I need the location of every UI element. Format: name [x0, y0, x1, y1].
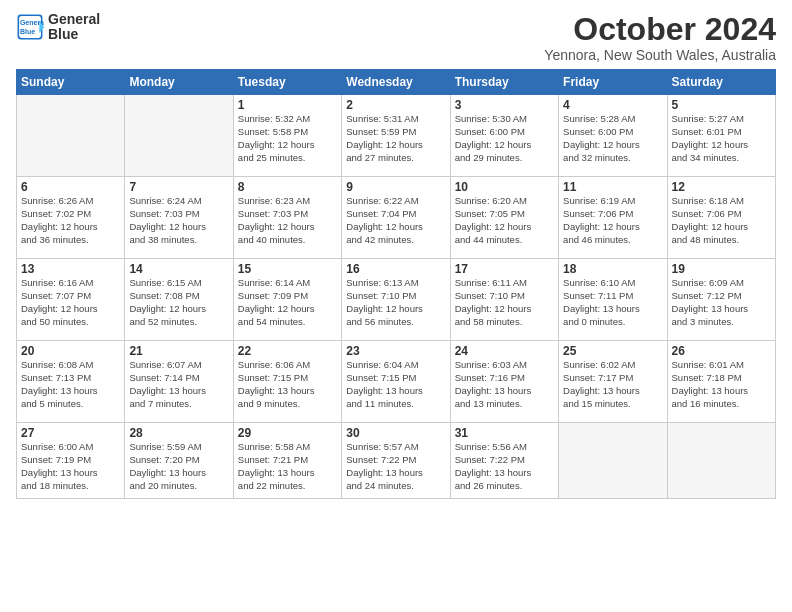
day-number: 21 [129, 344, 228, 358]
day-info: Sunrise: 6:26 AM Sunset: 7:02 PM Dayligh… [21, 195, 120, 246]
col-tuesday: Tuesday [233, 70, 341, 95]
day-cell: 7Sunrise: 6:24 AM Sunset: 7:03 PM Daylig… [125, 177, 233, 259]
day-cell [17, 95, 125, 177]
day-number: 14 [129, 262, 228, 276]
day-number: 5 [672, 98, 771, 112]
day-info: Sunrise: 6:14 AM Sunset: 7:09 PM Dayligh… [238, 277, 337, 328]
day-number: 1 [238, 98, 337, 112]
day-cell: 29Sunrise: 5:58 AM Sunset: 7:21 PM Dayli… [233, 423, 341, 499]
day-info: Sunrise: 5:56 AM Sunset: 7:22 PM Dayligh… [455, 441, 554, 492]
col-friday: Friday [559, 70, 667, 95]
day-info: Sunrise: 5:31 AM Sunset: 5:59 PM Dayligh… [346, 113, 445, 164]
day-info: Sunrise: 6:24 AM Sunset: 7:03 PM Dayligh… [129, 195, 228, 246]
day-number: 27 [21, 426, 120, 440]
logo-line1: General [48, 12, 100, 27]
day-number: 25 [563, 344, 662, 358]
day-cell: 21Sunrise: 6:07 AM Sunset: 7:14 PM Dayli… [125, 341, 233, 423]
week-row-2: 6Sunrise: 6:26 AM Sunset: 7:02 PM Daylig… [17, 177, 776, 259]
location-title: Yennora, New South Wales, Australia [544, 47, 776, 63]
day-info: Sunrise: 6:08 AM Sunset: 7:13 PM Dayligh… [21, 359, 120, 410]
day-cell: 26Sunrise: 6:01 AM Sunset: 7:18 PM Dayli… [667, 341, 775, 423]
day-info: Sunrise: 6:04 AM Sunset: 7:15 PM Dayligh… [346, 359, 445, 410]
day-info: Sunrise: 6:00 AM Sunset: 7:19 PM Dayligh… [21, 441, 120, 492]
day-info: Sunrise: 5:30 AM Sunset: 6:00 PM Dayligh… [455, 113, 554, 164]
day-cell: 25Sunrise: 6:02 AM Sunset: 7:17 PM Dayli… [559, 341, 667, 423]
day-cell: 22Sunrise: 6:06 AM Sunset: 7:15 PM Dayli… [233, 341, 341, 423]
day-info: Sunrise: 6:13 AM Sunset: 7:10 PM Dayligh… [346, 277, 445, 328]
day-number: 13 [21, 262, 120, 276]
day-cell: 8Sunrise: 6:23 AM Sunset: 7:03 PM Daylig… [233, 177, 341, 259]
day-number: 28 [129, 426, 228, 440]
day-number: 29 [238, 426, 337, 440]
day-cell: 20Sunrise: 6:08 AM Sunset: 7:13 PM Dayli… [17, 341, 125, 423]
day-number: 19 [672, 262, 771, 276]
header-row: Sunday Monday Tuesday Wednesday Thursday… [17, 70, 776, 95]
day-cell: 4Sunrise: 5:28 AM Sunset: 6:00 PM Daylig… [559, 95, 667, 177]
day-info: Sunrise: 6:22 AM Sunset: 7:04 PM Dayligh… [346, 195, 445, 246]
day-cell: 3Sunrise: 5:30 AM Sunset: 6:00 PM Daylig… [450, 95, 558, 177]
day-cell: 11Sunrise: 6:19 AM Sunset: 7:06 PM Dayli… [559, 177, 667, 259]
day-number: 22 [238, 344, 337, 358]
day-info: Sunrise: 6:03 AM Sunset: 7:16 PM Dayligh… [455, 359, 554, 410]
day-info: Sunrise: 5:57 AM Sunset: 7:22 PM Dayligh… [346, 441, 445, 492]
day-info: Sunrise: 6:07 AM Sunset: 7:14 PM Dayligh… [129, 359, 228, 410]
day-info: Sunrise: 6:06 AM Sunset: 7:15 PM Dayligh… [238, 359, 337, 410]
day-info: Sunrise: 6:16 AM Sunset: 7:07 PM Dayligh… [21, 277, 120, 328]
day-cell: 6Sunrise: 6:26 AM Sunset: 7:02 PM Daylig… [17, 177, 125, 259]
day-info: Sunrise: 6:10 AM Sunset: 7:11 PM Dayligh… [563, 277, 662, 328]
day-cell: 14Sunrise: 6:15 AM Sunset: 7:08 PM Dayli… [125, 259, 233, 341]
day-cell: 12Sunrise: 6:18 AM Sunset: 7:06 PM Dayli… [667, 177, 775, 259]
day-cell: 27Sunrise: 6:00 AM Sunset: 7:19 PM Dayli… [17, 423, 125, 499]
logo-icon: General Blue [16, 13, 44, 41]
day-number: 7 [129, 180, 228, 194]
day-number: 17 [455, 262, 554, 276]
title-block: October 2024 Yennora, New South Wales, A… [544, 12, 776, 63]
day-cell: 5Sunrise: 5:27 AM Sunset: 6:01 PM Daylig… [667, 95, 775, 177]
day-info: Sunrise: 6:23 AM Sunset: 7:03 PM Dayligh… [238, 195, 337, 246]
day-cell [559, 423, 667, 499]
logo-text: General Blue [48, 12, 100, 43]
day-cell: 17Sunrise: 6:11 AM Sunset: 7:10 PM Dayli… [450, 259, 558, 341]
day-cell: 24Sunrise: 6:03 AM Sunset: 7:16 PM Dayli… [450, 341, 558, 423]
day-info: Sunrise: 6:19 AM Sunset: 7:06 PM Dayligh… [563, 195, 662, 246]
day-number: 30 [346, 426, 445, 440]
day-info: Sunrise: 5:59 AM Sunset: 7:20 PM Dayligh… [129, 441, 228, 492]
day-info: Sunrise: 6:20 AM Sunset: 7:05 PM Dayligh… [455, 195, 554, 246]
day-info: Sunrise: 6:11 AM Sunset: 7:10 PM Dayligh… [455, 277, 554, 328]
week-row-5: 27Sunrise: 6:00 AM Sunset: 7:19 PM Dayli… [17, 423, 776, 499]
day-number: 2 [346, 98, 445, 112]
svg-text:Blue: Blue [20, 28, 35, 35]
page: General Blue General Blue October 2024 Y… [0, 0, 792, 507]
col-sunday: Sunday [17, 70, 125, 95]
day-cell [125, 95, 233, 177]
day-number: 24 [455, 344, 554, 358]
day-number: 11 [563, 180, 662, 194]
day-cell: 19Sunrise: 6:09 AM Sunset: 7:12 PM Dayli… [667, 259, 775, 341]
logo-line2: Blue [48, 27, 100, 42]
calendar-table: Sunday Monday Tuesday Wednesday Thursday… [16, 69, 776, 499]
day-cell: 15Sunrise: 6:14 AM Sunset: 7:09 PM Dayli… [233, 259, 341, 341]
day-info: Sunrise: 6:09 AM Sunset: 7:12 PM Dayligh… [672, 277, 771, 328]
col-monday: Monday [125, 70, 233, 95]
header: General Blue General Blue October 2024 Y… [16, 12, 776, 63]
day-info: Sunrise: 6:01 AM Sunset: 7:18 PM Dayligh… [672, 359, 771, 410]
day-cell: 23Sunrise: 6:04 AM Sunset: 7:15 PM Dayli… [342, 341, 450, 423]
day-number: 6 [21, 180, 120, 194]
day-number: 15 [238, 262, 337, 276]
day-number: 16 [346, 262, 445, 276]
month-title: October 2024 [544, 12, 776, 47]
day-number: 10 [455, 180, 554, 194]
day-cell [667, 423, 775, 499]
day-number: 20 [21, 344, 120, 358]
day-info: Sunrise: 6:02 AM Sunset: 7:17 PM Dayligh… [563, 359, 662, 410]
day-info: Sunrise: 6:15 AM Sunset: 7:08 PM Dayligh… [129, 277, 228, 328]
week-row-1: 1Sunrise: 5:32 AM Sunset: 5:58 PM Daylig… [17, 95, 776, 177]
col-saturday: Saturday [667, 70, 775, 95]
day-cell: 16Sunrise: 6:13 AM Sunset: 7:10 PM Dayli… [342, 259, 450, 341]
day-info: Sunrise: 5:58 AM Sunset: 7:21 PM Dayligh… [238, 441, 337, 492]
day-number: 23 [346, 344, 445, 358]
day-info: Sunrise: 5:32 AM Sunset: 5:58 PM Dayligh… [238, 113, 337, 164]
day-number: 4 [563, 98, 662, 112]
day-info: Sunrise: 6:18 AM Sunset: 7:06 PM Dayligh… [672, 195, 771, 246]
day-number: 12 [672, 180, 771, 194]
